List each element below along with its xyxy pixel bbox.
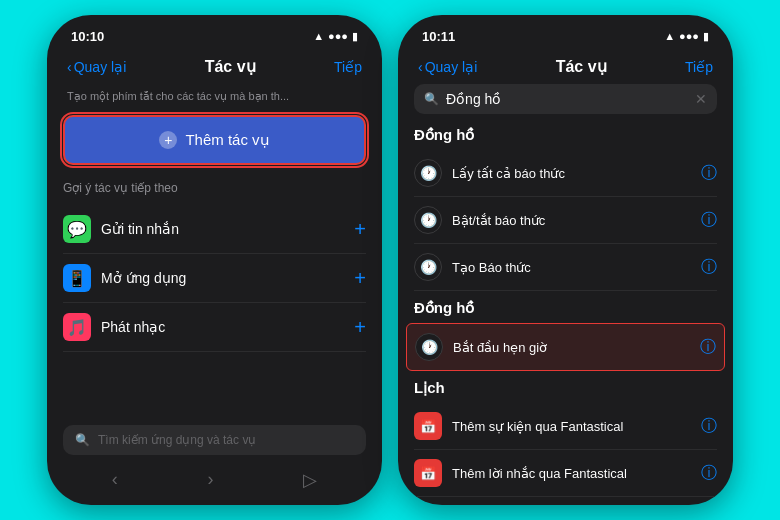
section-header-2: Đồng hồ bbox=[414, 299, 717, 317]
left-nav-title: Tác vụ bbox=[205, 57, 256, 76]
result-left-timer: 🕐 Bắt đầu hẹn giờ bbox=[415, 333, 547, 361]
result-left-create-alarm: 🕐 Tạo Báo thức bbox=[414, 253, 531, 281]
left-status-bar: 10:10 ▲ ●●● ▮ bbox=[47, 15, 382, 51]
clock-icon-2: 🕐 bbox=[414, 206, 442, 234]
bottom-search-placeholder: Tìm kiếm ứng dụng và tác vụ bbox=[98, 433, 256, 447]
right-status-icons: ▲ ●●● ▮ bbox=[664, 30, 709, 43]
suggestion-item-3[interactable]: 🎵 Phát nhạc + bbox=[63, 303, 366, 352]
right-signal-icon: ●●● bbox=[679, 30, 699, 42]
suggestion-item-2[interactable]: 📱 Mở ứng dụng + bbox=[63, 254, 366, 303]
wifi-icon: ▲ bbox=[313, 30, 324, 42]
right-content: 🔍 Đồng hồ ✕ Đồng hồ 🕐 Lấy tất cả báo thứ… bbox=[398, 84, 733, 505]
clock-icon-3: 🕐 bbox=[414, 253, 442, 281]
suggestion-name-2: Mở ứng dụng bbox=[101, 270, 186, 286]
result-name-timer: Bắt đầu hẹn giờ bbox=[453, 340, 547, 355]
calendar-icon-2: 📅 bbox=[414, 459, 442, 487]
music-app-icon: 🎵 bbox=[63, 313, 91, 341]
add-task-label: Thêm tác vụ bbox=[185, 131, 269, 149]
suggestion-add-3[interactable]: + bbox=[354, 316, 366, 339]
right-time: 10:11 bbox=[422, 29, 455, 44]
result-item-cal-1[interactable]: 📅 Thêm sự kiện qua Fantastical ⓘ bbox=[414, 403, 717, 450]
suggestion-left-2: 📱 Mở ứng dụng bbox=[63, 264, 186, 292]
result-name-cal-2: Thêm lời nhắc qua Fantastical bbox=[452, 466, 627, 481]
suggestion-name-3: Phát nhạc bbox=[101, 319, 165, 335]
suggestion-add-2[interactable]: + bbox=[354, 267, 366, 290]
right-back-arrow-icon: ‹ bbox=[418, 59, 423, 75]
suggestion-left-3: 🎵 Phát nhạc bbox=[63, 313, 165, 341]
search-input-bar[interactable]: 🔍 Đồng hồ ✕ bbox=[414, 84, 717, 114]
result-item-create-alarm[interactable]: 🕐 Tạo Báo thức ⓘ bbox=[414, 244, 717, 291]
right-wifi-icon: ▲ bbox=[664, 30, 675, 42]
right-battery-icon: ▮ bbox=[703, 30, 709, 43]
right-nav-bar: ‹ Quay lại Tác vụ Tiếp bbox=[398, 51, 733, 84]
result-left-toggle-alarm: 🕐 Bật/tắt báo thức bbox=[414, 206, 545, 234]
nav-forward-btn[interactable]: › bbox=[207, 469, 213, 491]
bottom-nav: ‹ › ▷ bbox=[47, 469, 382, 491]
right-nav-title: Tác vụ bbox=[556, 57, 607, 76]
left-nav-bar: ‹ Quay lại Tác vụ Tiếp bbox=[47, 51, 382, 84]
info-btn-2[interactable]: ⓘ bbox=[701, 210, 717, 231]
info-btn-cal-1[interactable]: ⓘ bbox=[701, 416, 717, 437]
left-back-button[interactable]: ‹ Quay lại bbox=[67, 59, 126, 75]
info-btn-cal-2[interactable]: ⓘ bbox=[701, 463, 717, 484]
search-clear-button[interactable]: ✕ bbox=[695, 91, 707, 107]
battery-icon: ▮ bbox=[352, 30, 358, 43]
section-header-lich: Lịch bbox=[414, 379, 717, 397]
left-time: 10:10 bbox=[71, 29, 104, 44]
info-btn-4[interactable]: ⓘ bbox=[700, 337, 716, 358]
bottom-search-bar[interactable]: 🔍 Tìm kiếm ứng dụng và tác vụ bbox=[63, 425, 366, 455]
app-open-icon: 📱 bbox=[63, 264, 91, 292]
result-left-alarm-all: 🕐 Lấy tất cả báo thức bbox=[414, 159, 565, 187]
result-name-cal-1: Thêm sự kiện qua Fantastical bbox=[452, 419, 623, 434]
result-item-alarm-all[interactable]: 🕐 Lấy tất cả báo thức ⓘ bbox=[414, 150, 717, 197]
back-arrow-icon: ‹ bbox=[67, 59, 72, 75]
result-item-toggle-alarm[interactable]: 🕐 Bật/tắt báo thức ⓘ bbox=[414, 197, 717, 244]
hint-text: Tạo một phím tắt cho các tác vụ mà bạn t… bbox=[63, 84, 366, 109]
result-name-alarm-all: Lấy tất cả báo thức bbox=[452, 166, 565, 181]
right-nav-next[interactable]: Tiếp bbox=[685, 59, 713, 75]
clock-icon-1: 🕐 bbox=[414, 159, 442, 187]
suggestion-add-1[interactable]: + bbox=[354, 218, 366, 241]
result-name-toggle-alarm: Bật/tắt báo thức bbox=[452, 213, 545, 228]
right-back-button[interactable]: ‹ Quay lại bbox=[418, 59, 477, 75]
section-header-1: Đồng hồ bbox=[414, 126, 717, 144]
result-left-cal-1: 📅 Thêm sự kiện qua Fantastical bbox=[414, 412, 623, 440]
left-nav-next[interactable]: Tiếp bbox=[334, 59, 362, 75]
result-item-timer[interactable]: 🕐 Bắt đầu hẹn giờ ⓘ bbox=[406, 323, 725, 371]
message-app-icon: 💬 bbox=[63, 215, 91, 243]
nav-back-btn[interactable]: ‹ bbox=[112, 469, 118, 491]
clock-icon-4: 🕐 bbox=[415, 333, 443, 361]
info-btn-3[interactable]: ⓘ bbox=[701, 257, 717, 278]
left-status-icons: ▲ ●●● ▮ bbox=[313, 30, 358, 43]
nav-share-btn[interactable]: ▷ bbox=[303, 469, 317, 491]
add-task-button[interactable]: + Thêm tác vụ bbox=[63, 115, 366, 165]
add-plus-icon: + bbox=[159, 131, 177, 149]
left-phone: 10:10 ▲ ●●● ▮ ‹ Quay lại Tác vụ Tiếp Tạo… bbox=[47, 15, 382, 505]
calendar-icon-1: 📅 bbox=[414, 412, 442, 440]
left-content: Tạo một phím tắt cho các tác vụ mà bạn t… bbox=[47, 84, 382, 352]
suggestions-title: Gợi ý tác vụ tiếp theo bbox=[63, 181, 366, 195]
search-input-value: Đồng hồ bbox=[446, 91, 688, 107]
info-btn-1[interactable]: ⓘ bbox=[701, 163, 717, 184]
right-status-bar: 10:11 ▲ ●●● ▮ bbox=[398, 15, 733, 51]
right-phone: 10:11 ▲ ●●● ▮ ‹ Quay lại Tác vụ Tiếp 🔍 Đ… bbox=[398, 15, 733, 505]
result-item-cal-2[interactable]: 📅 Thêm lời nhắc qua Fantastical ⓘ bbox=[414, 450, 717, 497]
search-magnify-icon: 🔍 bbox=[424, 92, 439, 106]
suggestion-item-1[interactable]: 💬 Gửi tin nhắn + bbox=[63, 205, 366, 254]
suggestion-left-1: 💬 Gửi tin nhắn bbox=[63, 215, 179, 243]
signal-icon: ●●● bbox=[328, 30, 348, 42]
result-name-create-alarm: Tạo Báo thức bbox=[452, 260, 531, 275]
bottom-search-icon: 🔍 bbox=[75, 433, 90, 447]
suggestion-name-1: Gửi tin nhắn bbox=[101, 221, 179, 237]
result-left-cal-2: 📅 Thêm lời nhắc qua Fantastical bbox=[414, 459, 627, 487]
